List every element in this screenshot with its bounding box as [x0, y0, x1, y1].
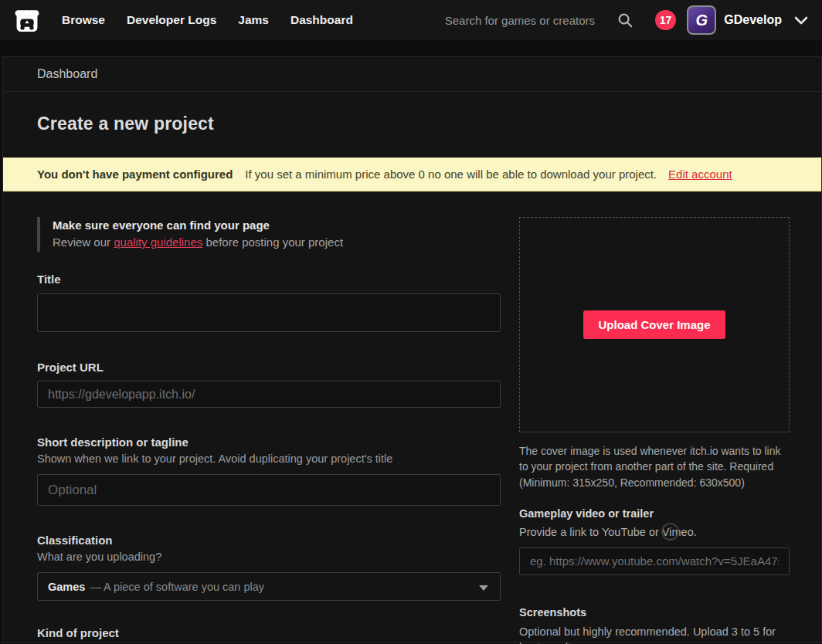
select-caret-icon [479, 585, 488, 591]
search-icon[interactable] [616, 12, 633, 29]
quality-guidelines-link[interactable]: quality guidelines [114, 236, 202, 249]
top-navbar: Browse Developer Logs Jams Dashboard 17 … [0, 0, 822, 40]
kind-of-project-label: Kind of project [37, 626, 501, 639]
classification-select[interactable]: Games — A piece of software you can play [37, 572, 501, 601]
search-input[interactable] [445, 14, 613, 27]
page-header: Create a new project [3, 92, 821, 158]
classification-selected-value: Games [48, 581, 85, 593]
short-description-input[interactable] [37, 474, 501, 506]
project-url-label: Project URL [37, 361, 501, 374]
project-url-input[interactable] [37, 381, 501, 408]
form-right-column: Upload Cover Image The cover image is us… [519, 217, 790, 644]
classification-label: Classification [37, 534, 501, 547]
nav-item-developer-logs[interactable]: Developer Logs [116, 13, 227, 27]
screenshots-label: Screenshots [519, 606, 790, 619]
callout-subtitle: Review our quality guidelines before pos… [53, 236, 501, 249]
upload-cover-image-button[interactable]: Upload Cover Image [583, 310, 725, 339]
banner-bold-text: You don't have payment configured [37, 168, 233, 181]
avatar[interactable]: G [687, 5, 716, 35]
short-description-label: Short description or tagline [37, 436, 501, 449]
nav-item-jams[interactable]: Jams [227, 13, 280, 27]
callout-title: Make sure everyone can find your page [53, 219, 501, 232]
nav-item-browse[interactable]: Browse [51, 13, 116, 27]
cover-image-help-text: The cover image is used whenever itch.io… [519, 443, 790, 490]
main-container: Dashboard Create a new project You don't… [2, 56, 822, 643]
callout-post: before posting your project [202, 236, 343, 249]
classification-hint: What are you uploading? [37, 551, 501, 563]
edit-account-link[interactable]: Edit account [668, 168, 732, 181]
notification-badge[interactable]: 17 [655, 10, 677, 30]
title-input[interactable] [37, 293, 501, 332]
project-form: Make sure everyone can find your page Re… [3, 192, 821, 644]
nav-links: Browse Developer Logs Jams Dashboard [51, 13, 364, 27]
screenshots-hint: Optional but highly recommended. Upload … [519, 624, 790, 644]
navbar-right: 17 G GDevelop [445, 5, 808, 35]
nav-item-dashboard[interactable]: Dashboard [280, 13, 364, 27]
itchio-logo-icon [12, 5, 42, 35]
callout-pre: Review our [53, 236, 114, 249]
gameplay-video-input[interactable] [519, 547, 790, 575]
payment-warning-banner: You don't have payment configured If you… [3, 158, 821, 192]
gameplay-video-hint: Provide a link to YouTube or Vimeo. [519, 526, 790, 538]
quality-guidelines-callout: Make sure everyone can find your page Re… [37, 217, 501, 252]
itchio-logo[interactable] [12, 5, 42, 35]
breadcrumb[interactable]: Dashboard [37, 67, 97, 81]
banner-text: If you set a minimum price above 0 no on… [245, 168, 657, 181]
classification-selected-desc: — A piece of software you can play [90, 581, 264, 593]
chevron-down-icon[interactable] [794, 15, 808, 25]
gameplay-video-label: Gameplay video or trailer [519, 507, 790, 520]
loading-spinner-icon [661, 523, 679, 541]
cover-image-dropzone[interactable]: Upload Cover Image [519, 217, 790, 432]
page-title: Create a new project [37, 114, 787, 134]
title-label: Title [37, 273, 501, 286]
breadcrumb-row: Dashboard [3, 57, 821, 92]
user-name[interactable]: GDevelop [724, 13, 782, 27]
form-left-column: Make sure everyone can find your page Re… [37, 217, 501, 644]
short-description-hint: Shown when we link to your project. Avoi… [37, 452, 501, 465]
